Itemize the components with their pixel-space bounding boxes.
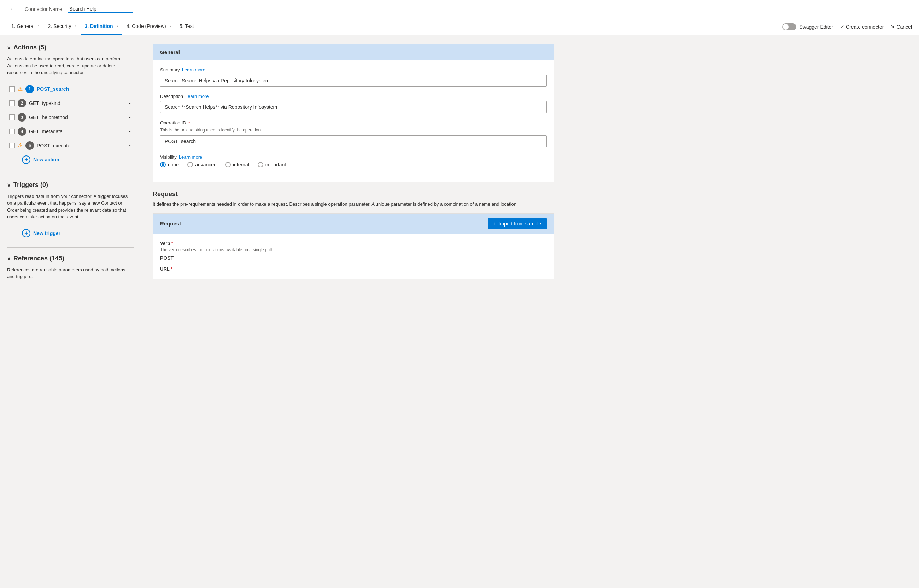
nav-actions: Swagger Editor ✓ Create connector ✕ Canc… [782,23,912,31]
tab-security[interactable]: 2. Security › [44,18,80,36]
radio-internal[interactable]: internal [225,162,249,168]
plus-circle-trigger-icon: + [22,229,31,237]
back-button[interactable]: ← [7,4,19,14]
main-layout: ∨ Actions (5) Actions determine the oper… [0,36,919,588]
radio-advanced-circle [187,162,193,168]
plus-icon: + [493,221,496,226]
summary-input[interactable] [160,74,547,87]
verb-value: POST [160,255,547,261]
action-checkbox-1[interactable] [9,86,15,92]
references-description: References are reusable parameters used … [7,267,134,280]
sidebar: ∨ Actions (5) Actions determine the oper… [0,36,141,588]
toggle-knob [783,24,788,30]
visibility-learn-more-link[interactable]: Learn more [179,154,202,160]
action-checkbox-2[interactable] [9,100,15,106]
action-label-4: GET_metadata [29,129,124,134]
verb-required-star: * [171,241,173,246]
summary-label: Summary Learn more [160,67,547,73]
action-item-2[interactable]: 2 GET_typekind ··· [7,96,134,110]
triggers-title: Triggers (0) [13,181,48,189]
radio-important-circle [258,162,263,168]
radio-none-circle [160,162,166,168]
action-more-2[interactable]: ··· [127,100,132,107]
references-section-header: ∨ References (145) [7,255,134,262]
check-icon: ✓ [840,24,845,30]
import-from-sample-button[interactable]: + Import from sample [488,218,547,229]
request-title: Request [153,191,554,198]
warning-icon-5: ⚠ [18,142,23,149]
create-connector-button[interactable]: ✓ Create connector [840,24,883,30]
new-action-button[interactable]: + New action [20,153,134,167]
general-card-body: Summary Learn more Description Learn mor… [153,60,554,182]
section-divider-2 [7,247,134,248]
operation-id-hint: This is the unique string used to identi… [160,128,547,132]
actions-description: Actions determine the operations that us… [7,55,134,76]
action-more-5[interactable]: ··· [127,142,132,149]
operation-id-required: * [188,120,190,126]
url-required-mark: * [171,267,173,272]
request-card-header: Request + Import from sample [153,214,554,234]
action-num-1: 1 [26,85,34,93]
collapse-triggers-icon[interactable]: ∨ [7,182,11,187]
content-inner: General Summary Learn more Desc [141,36,565,288]
new-trigger-button[interactable]: + New trigger [20,226,134,240]
chevron-right-icon: › [117,24,118,29]
tab-code[interactable]: 4. Code (Preview) › [122,18,175,36]
connector-name-label: Connector Name [25,6,62,12]
radio-internal-label: internal [233,162,249,168]
action-num-2: 2 [18,99,26,107]
action-checkbox-5[interactable] [9,143,15,149]
connector-name-input[interactable] [68,5,132,13]
description-field-group: Description Learn more [160,94,547,113]
url-label: URL * [160,267,547,272]
summary-learn-more-link[interactable]: Learn more [182,67,205,73]
swagger-editor-toggle[interactable]: Swagger Editor [782,23,833,31]
warning-icon-1: ⚠ [18,86,23,92]
general-card: General Summary Learn more Desc [153,44,554,182]
action-item-3[interactable]: 3 GET_helpmethod ··· [7,110,134,124]
radio-none-label: none [168,162,179,168]
action-item-1[interactable]: ⚠ 1 POST_search ··· [7,82,134,96]
radio-important[interactable]: important [258,162,286,168]
radio-important-label: important [265,162,286,168]
collapse-icon[interactable]: ∨ [7,45,11,50]
radio-advanced-label: advanced [195,162,216,168]
radio-internal-circle [225,162,231,168]
request-card: Request + Import from sample Verb * [153,213,554,279]
back-icon: ← [10,5,16,13]
action-checkbox-4[interactable] [9,129,15,134]
toggle-track [782,23,796,31]
tab-general[interactable]: 1. General › [7,18,44,36]
radio-none[interactable]: none [160,162,179,168]
action-checkbox-3[interactable] [9,115,15,120]
request-section: Request It defines the pre-requirements … [153,191,554,279]
operation-id-label: Operation ID * [160,120,547,126]
description-learn-more-link[interactable]: Learn more [185,94,208,99]
request-card-body: Verb * The verb describes the operations… [153,234,554,279]
action-num-4: 4 [18,127,26,136]
top-bar: ← Connector Name [0,0,919,18]
references-title: References (145) [13,255,64,262]
general-header-label: General [160,49,180,55]
radio-advanced[interactable]: advanced [187,162,216,168]
action-more-1[interactable]: ··· [127,86,132,92]
operation-id-input[interactable] [160,135,547,147]
verb-label: Verb * [160,241,547,246]
triggers-description: Triggers read data in from your connecto… [7,193,134,221]
close-icon: ✕ [891,24,895,30]
cancel-button[interactable]: ✕ Cancel [891,24,912,30]
tab-test[interactable]: 5. Test [175,18,198,36]
actions-section-header: ∨ Actions (5) [7,44,134,51]
chevron-right-icon: › [170,24,171,29]
action-more-4[interactable]: ··· [127,128,132,135]
description-input[interactable] [160,101,547,113]
new-trigger-label: New trigger [33,230,60,236]
action-more-3[interactable]: ··· [127,114,132,121]
action-label-5: POST_execute [37,143,124,149]
action-item-5[interactable]: ⚠ 5 POST_execute ··· [7,139,134,153]
action-item-4[interactable]: 4 GET_metadata ··· [7,124,134,139]
visibility-label: Visibility Learn more [160,154,547,160]
tab-definition[interactable]: 3. Definition › [81,18,122,36]
action-label-3: GET_helpmethod [29,115,124,120]
collapse-references-icon[interactable]: ∨ [7,255,11,261]
